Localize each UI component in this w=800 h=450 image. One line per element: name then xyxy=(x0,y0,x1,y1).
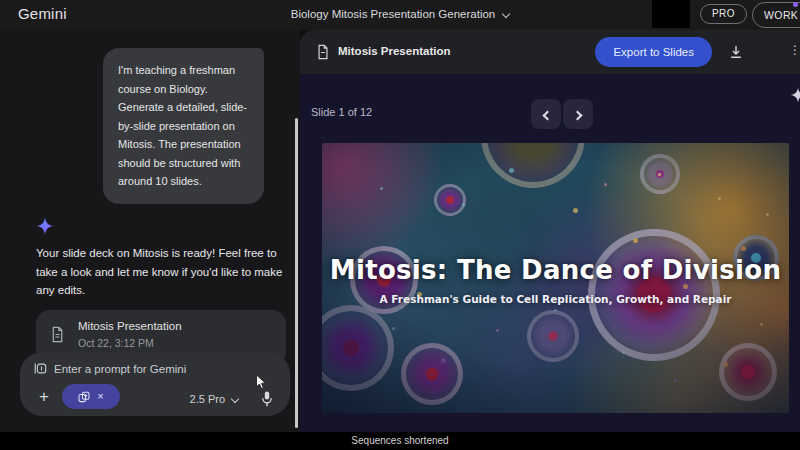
prompt-composer[interactable]: Enter a prompt for Gemini + × 2.5 Pro xyxy=(20,352,290,416)
prompt-placeholder: Enter a prompt for Gemini xyxy=(54,363,186,375)
prompt-input[interactable]: Enter a prompt for Gemini xyxy=(34,362,186,375)
pro-badge: PRO xyxy=(700,4,747,24)
model-selector[interactable]: 2.5 Pro xyxy=(190,393,238,405)
assistant-message: Your slide deck on Mitosis is ready! Fee… xyxy=(36,244,284,300)
microphone-button[interactable] xyxy=(259,390,275,408)
chevron-left-icon xyxy=(542,110,552,120)
slide-counter: Slide 1 of 12 xyxy=(311,106,372,118)
previous-slide-button[interactable] xyxy=(531,99,561,129)
canvas-tool-chip[interactable]: × xyxy=(62,384,120,409)
next-slide-button[interactable] xyxy=(563,99,593,129)
chevron-right-icon xyxy=(572,110,582,120)
user-message-bubble: I'm teaching a freshman course on Biolog… xyxy=(103,48,264,204)
obscured-area xyxy=(652,0,690,28)
more-options-icon[interactable]: ⋮ xyxy=(789,43,800,61)
canvas-header: Mitosis Presentation Export to Slides ⋮ xyxy=(300,30,800,74)
slide-preview: Mitosis: The Dance of Division A Freshma… xyxy=(322,143,789,413)
mouse-pointer xyxy=(255,374,268,391)
artifact-title: Mitosis Presentation xyxy=(78,320,182,332)
panel-divider-scrollbar[interactable] xyxy=(295,118,298,428)
top-bar: Gemini Biology Mitosis Presentation Gene… xyxy=(0,0,800,30)
export-to-slides-button[interactable]: Export to Slides xyxy=(595,37,712,67)
canvas-doc-title: Mitosis Presentation xyxy=(338,45,450,57)
artifact-timestamp: Oct 22, 3:12 PM xyxy=(78,337,154,349)
notification-dot xyxy=(793,2,798,7)
gemini-sparkle-icon xyxy=(35,216,55,236)
chevron-down-icon xyxy=(502,10,510,18)
add-attachment-button[interactable]: + xyxy=(34,387,54,407)
slide-title: Mitosis: The Dance of Division xyxy=(322,255,789,285)
slide-canvas-area: Slide 1 of 12 Mitosis: The Dance of Div xyxy=(300,74,800,432)
chat-panel: I'm teaching a freshman course on Biolog… xyxy=(0,30,300,432)
canvas-panel: Mitosis Presentation Export to Slides ⋮ … xyxy=(300,30,800,432)
document-icon xyxy=(316,44,330,60)
chevron-down-icon xyxy=(231,395,239,403)
text-cursor-icon xyxy=(34,362,47,375)
model-label: 2.5 Pro xyxy=(190,393,225,405)
download-icon[interactable] xyxy=(728,44,744,60)
canvas-tool-icon xyxy=(78,391,90,403)
gemini-app-window: Gemini Biology Mitosis Presentation Gene… xyxy=(0,0,800,450)
sequences-note: Sequences shortened xyxy=(0,432,800,449)
document-icon xyxy=(50,326,65,343)
remove-chip-button[interactable]: × xyxy=(97,391,103,402)
conversation-title-label: Biology Mitosis Presentation Generation xyxy=(291,8,496,20)
sparkle-icon xyxy=(789,86,800,104)
bottom-status-bar: Sequences shortened xyxy=(0,432,800,450)
slide-subtitle: A Freshman's Guide to Cell Replication, … xyxy=(322,293,789,305)
